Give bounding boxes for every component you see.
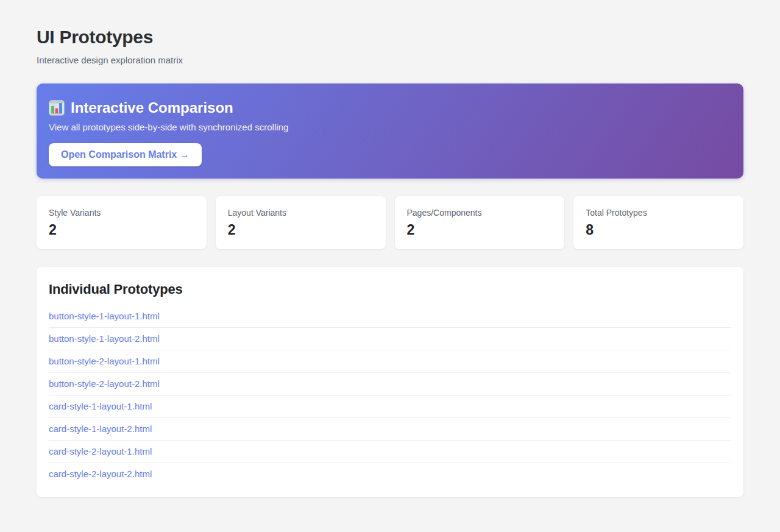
prototype-link[interactable]: card-style-2-layout-1.html xyxy=(49,441,731,463)
list-item: button-style-2-layout-1.html xyxy=(49,350,731,373)
prototype-link[interactable]: card-style-1-layout-1.html xyxy=(49,395,731,417)
page-title: UI Prototypes xyxy=(37,27,743,48)
stat-value: 2 xyxy=(228,222,374,238)
prototype-link[interactable]: card-style-2-layout-2.html xyxy=(49,463,731,485)
stat-label: Layout Variants xyxy=(228,208,374,218)
list-item: card-style-1-layout-1.html xyxy=(49,395,731,418)
list-item: card-style-2-layout-2.html xyxy=(49,463,731,485)
individual-prototypes-card: Individual Prototypes button-style-1-lay… xyxy=(37,267,743,497)
page-container: UI Prototypes Interactive design explora… xyxy=(0,0,780,522)
page-subtitle: Interactive design exploration matrix xyxy=(37,55,743,65)
stats-row: Style Variants 2 Layout Variants 2 Pages… xyxy=(37,196,743,249)
stat-label: Pages/Components xyxy=(407,208,553,218)
stat-card-total-prototypes: Total Prototypes 8 xyxy=(573,196,743,249)
prototype-link[interactable]: card-style-1-layout-2.html xyxy=(49,418,731,440)
banner-description: View all prototypes side-by-side with sy… xyxy=(49,122,726,132)
individual-prototypes-heading: Individual Prototypes xyxy=(49,282,731,297)
open-comparison-matrix-button[interactable]: Open Comparison Matrix → xyxy=(49,143,202,166)
prototype-link[interactable]: button-style-2-layout-2.html xyxy=(49,373,731,395)
banner-title: Interactive Comparison xyxy=(71,99,233,116)
prototype-link[interactable]: button-style-1-layout-1.html xyxy=(49,305,731,327)
prototype-link[interactable]: button-style-1-layout-2.html xyxy=(49,328,731,350)
stat-value: 2 xyxy=(49,222,194,238)
banner-title-row: Interactive Comparison xyxy=(49,99,726,116)
stat-label: Style Variants xyxy=(49,208,194,218)
stat-card-layout-variants: Layout Variants 2 xyxy=(216,196,386,249)
list-item: card-style-2-layout-1.html xyxy=(49,441,731,463)
comparison-banner: Interactive Comparison View all prototyp… xyxy=(37,83,743,179)
stat-value: 8 xyxy=(586,222,731,238)
stat-value: 2 xyxy=(407,222,553,238)
list-item: button-style-2-layout-2.html xyxy=(49,373,731,395)
stat-card-style-variants: Style Variants 2 xyxy=(37,196,207,249)
list-item: card-style-1-layout-2.html xyxy=(49,418,731,441)
stat-label: Total Prototypes xyxy=(586,208,731,218)
stat-card-pages-components: Pages/Components 2 xyxy=(395,196,565,249)
bar-chart-icon xyxy=(49,100,65,116)
list-item: button-style-1-layout-2.html xyxy=(49,328,731,350)
prototype-link[interactable]: button-style-2-layout-1.html xyxy=(49,350,731,372)
prototype-list: button-style-1-layout-1.html button-styl… xyxy=(49,305,731,485)
list-item: button-style-1-layout-1.html xyxy=(49,305,731,328)
